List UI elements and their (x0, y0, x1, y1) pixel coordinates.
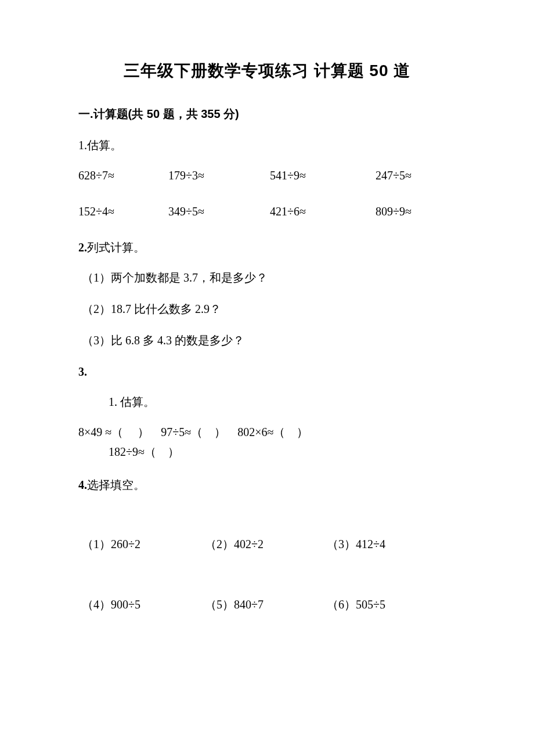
p3-sub-header: 1. 估算。 (109, 393, 456, 411)
p2-sub-3: （3）比 6.8 多 4.3 的数是多少？ (82, 331, 456, 350)
p4-cell: （5）840÷7 (205, 595, 327, 614)
problem-4-number: 4. (78, 478, 87, 491)
p3-line1: 8×49 ≈（ ） 97÷5≈（ ） 802×6≈（ ） (78, 423, 456, 441)
p1-item: 541÷9≈ (270, 166, 376, 185)
section-header: 一.计算题(共 50 题，共 355 分) (78, 105, 456, 123)
page-title: 三年级下册数学专项练习 计算题 50 道 (78, 58, 456, 84)
p4-cell: （1）260÷2 (82, 535, 205, 553)
p1-item: 179÷3≈ (168, 166, 270, 185)
p1-item: 421÷6≈ (270, 202, 376, 221)
p1-item: 152÷4≈ (78, 202, 168, 221)
p3-line2: 182÷9≈（ ） (109, 442, 456, 461)
problem-3-number: 3. (78, 365, 87, 378)
problem-2-label: 列式计算。 (87, 241, 145, 254)
p2-sub-1: （1）两个加数都是 3.7，和是多少？ (82, 268, 456, 287)
problem-1-number: 1. (78, 139, 87, 152)
p2-sub-2: （2）18.7 比什么数多 2.9？ (82, 300, 456, 318)
p1-item: 628÷7≈ (78, 166, 168, 185)
problem-2-header: 2.列式计算。 (78, 238, 456, 257)
problem-4-label: 选择填空。 (87, 478, 145, 491)
problem-1-label: 估算。 (87, 139, 122, 152)
problem-1-header: 1.估算。 (78, 136, 456, 154)
p4-row-2: （4）900÷5 （5）840÷7 （6）505÷5 (82, 595, 456, 614)
p3-sub-label: 估算。 (117, 395, 155, 408)
problem-2-number: 2. (78, 241, 87, 254)
p4-cell: （2）402÷2 (205, 535, 327, 553)
p4-row-1: （1）260÷2 （2）402÷2 （3）412÷4 (82, 535, 456, 553)
p1-item: 809÷9≈ (376, 202, 456, 221)
p4-cell: （6）505÷5 (327, 595, 456, 614)
p3-sub-number: 1. (109, 395, 117, 408)
problem-1-grid: 628÷7≈ 179÷3≈ 541÷9≈ 247÷5≈ 152÷4≈ 349÷5… (78, 166, 456, 221)
problem-3-header: 3. (78, 362, 456, 381)
p1-item: 349÷5≈ (168, 202, 270, 221)
problem-4-header: 4.选择填空。 (78, 476, 456, 494)
p4-cell: （3）412÷4 (327, 535, 456, 553)
p1-item: 247÷5≈ (376, 166, 456, 185)
p4-cell: （4）900÷5 (82, 595, 205, 614)
